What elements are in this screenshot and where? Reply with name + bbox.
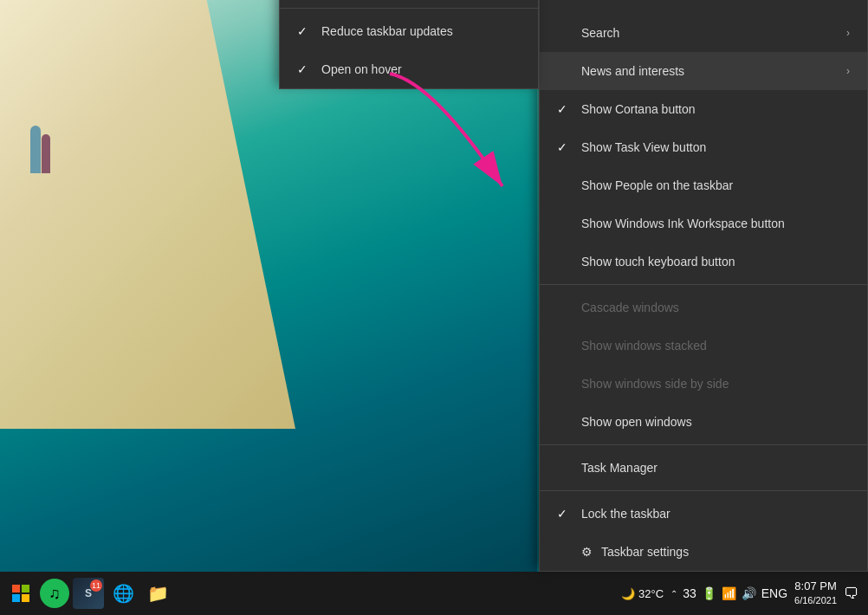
menu-search[interactable]: Search › <box>540 14 867 52</box>
menu-show-taskview[interactable]: ✓ Show Task View button <box>540 128 867 166</box>
news-interests-submenu: ✓ Show icon and text Show icon only Turn… <box>279 0 539 89</box>
check-icon: ✓ <box>297 62 314 76</box>
taskbar-steam-icon[interactable]: S 11 <box>73 578 104 609</box>
menu-item-label: Toolbars <box>581 0 627 2</box>
language-indicator[interactable]: ENG <box>761 586 787 600</box>
check-icon: ✓ <box>297 24 314 38</box>
taskbar-file-explorer-icon[interactable]: 📁 <box>142 578 173 609</box>
menu-divider <box>540 284 867 285</box>
steam-badge: 11 <box>90 579 102 592</box>
menu-show-ink[interactable]: Show Windows Ink Workspace button <box>540 204 867 243</box>
menu-sidebyside: Show windows side by side <box>540 365 867 403</box>
submenu-divider <box>280 8 538 9</box>
taskbar-system-tray: 🌙 32°C ⌃ 33 🔋 📶 🔊 ENG 8:07 PM 6/16/2021 … <box>612 579 868 606</box>
menu-item-label: Cascade windows <box>581 301 679 314</box>
gear-icon: ⚙ <box>581 545 593 559</box>
menu-item-label: Show windows stacked <box>581 339 707 353</box>
menu-item-label: Show Windows Ink Workspace button <box>581 217 785 230</box>
menu-item-label: Show windows side by side <box>581 377 729 391</box>
submenu-item-label: Reduce taskbar updates <box>321 24 453 38</box>
desktop: ✓ Show icon and text Show icon only Turn… <box>0 0 868 615</box>
clock-time: 8:07 PM <box>794 579 837 594</box>
submenu-item-label: Open on hover <box>321 62 402 76</box>
menu-divider <box>540 490 867 491</box>
menu-news-interests[interactable]: News and interests › <box>540 52 867 90</box>
tray-expand-icon[interactable]: ⌃ <box>670 589 677 599</box>
notification-center-icon[interactable]: 🗨 <box>844 585 859 603</box>
weather-moon-icon: 🌙 <box>621 587 635 600</box>
menu-item-label: Show Task View button <box>581 140 706 154</box>
taskbar-app-icons: ♫ S 11 🌐 📁 <box>0 578 178 609</box>
menu-taskbar-settings[interactable]: ⚙ Taskbar settings <box>540 533 867 571</box>
weather-widget[interactable]: 🌙 32°C <box>621 587 664 600</box>
svg-rect-1 <box>12 585 20 592</box>
submenu-arrow-icon: › <box>846 65 850 77</box>
menu-item-label: Show Cortana button <box>581 102 696 116</box>
menu-cascade: Cascade windows <box>540 288 867 327</box>
menu-item-label: Lock the taskbar <box>581 507 670 521</box>
battery-icon: 🔋 <box>702 586 716 600</box>
menu-item-label: Show open windows <box>581 415 692 429</box>
menu-stacked: Show windows stacked <box>540 327 867 365</box>
menu-task-manager[interactable]: Task Manager <box>540 449 867 487</box>
menu-item-label: Taskbar settings <box>601 545 689 559</box>
taskbar-context-menu: Toolbars › Search › News and interests ›… <box>539 0 868 572</box>
menu-lock-taskbar[interactable]: ✓ Lock the taskbar <box>540 495 867 533</box>
submenu-arrow-icon: › <box>846 27 850 39</box>
submenu-arrow-icon: › <box>846 0 850 1</box>
submenu-turn-off[interactable]: Turn off <box>280 0 538 4</box>
taskbar-spotify-icon[interactable]: ♫ <box>40 579 69 608</box>
submenu-open-hover[interactable]: ✓ Open on hover <box>280 50 538 88</box>
clock-date: 6/16/2021 <box>794 594 837 606</box>
submenu-reduce-updates[interactable]: ✓ Reduce taskbar updates <box>280 12 538 50</box>
wifi-icon: 📶 <box>722 586 736 600</box>
menu-show-keyboard[interactable]: Show touch keyboard button <box>540 243 867 281</box>
menu-item-label: News and interests <box>581 64 684 78</box>
weather-count: 33 <box>683 586 696 600</box>
menu-item-label: Show touch keyboard button <box>581 255 735 269</box>
svg-rect-3 <box>12 594 20 602</box>
weather-temp: 32°C <box>638 587 664 600</box>
svg-rect-4 <box>22 594 29 602</box>
menu-item-label: Search <box>581 26 619 40</box>
menu-divider <box>540 444 867 445</box>
menu-open-windows[interactable]: Show open windows <box>540 403 867 441</box>
menu-show-people[interactable]: Show People on the taskbar <box>540 166 867 204</box>
svg-rect-2 <box>22 585 29 592</box>
volume-icon[interactable]: 🔊 <box>742 586 756 600</box>
menu-item-label: Task Manager <box>581 461 657 475</box>
menu-item-label: Show People on the taskbar <box>581 178 733 192</box>
taskbar-clock[interactable]: 8:07 PM 6/16/2021 <box>794 579 837 606</box>
menu-toolbars[interactable]: Toolbars › <box>540 0 867 14</box>
taskbar-windows-store-icon[interactable] <box>5 578 36 609</box>
system-tray-icons: ⌃ 33 🔋 📶 🔊 ENG <box>670 586 787 600</box>
menu-show-cortana[interactable]: ✓ Show Cortana button <box>540 90 867 128</box>
taskbar-browser-icon[interactable]: 🌐 <box>107 578 139 609</box>
taskbar: ♫ S 11 🌐 📁 🌙 32°C ⌃ 33 🔋 📶 <box>0 572 868 615</box>
